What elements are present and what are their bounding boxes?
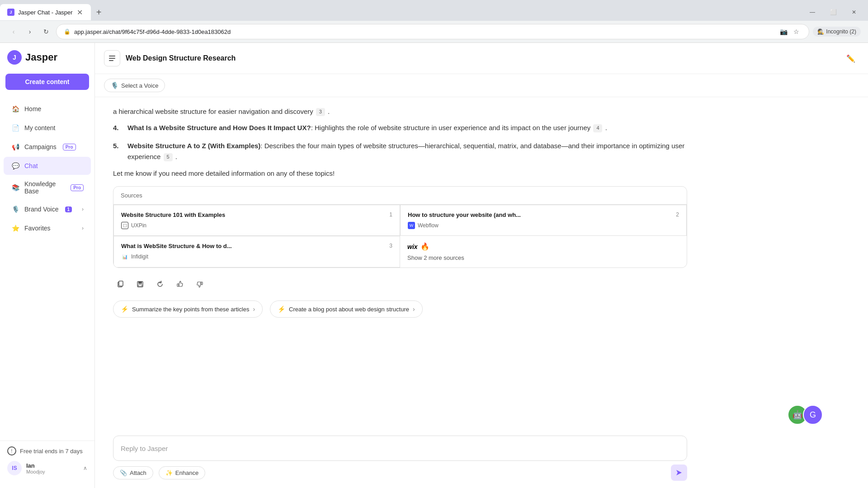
chat-title: Web Design Structure Research [126,54,236,62]
browser-extras: 🕵️ Incognito (2) [813,27,861,37]
sidebar-item-campaigns[interactable]: 📢 Campaigns Pro [4,138,91,156]
show-more-label: Show 2 more sources [407,254,464,261]
suggestions-row: ⚡ Summarize the key points from these ar… [113,300,687,318]
voice-bar: 🎙️ Select a Voice [95,74,868,97]
voice-icon: 🎙️ [111,82,118,89]
partial-period: . [328,108,330,115]
sidebar-item-home[interactable]: 🏠 Home [4,100,91,118]
home-icon: 🏠 [11,104,20,113]
action-bar [113,277,687,291]
save-icon [137,281,144,288]
app-container: J Jasper Create content 🏠 Home 📄 My cont… [0,43,868,488]
refresh-button[interactable] [153,277,167,291]
enhance-button[interactable]: ✨ Enhance [159,466,205,479]
campaigns-icon: 📢 [11,142,20,151]
svg-rect-2 [109,56,115,56]
chat-scroll-area[interactable]: a hierarchical website structure for eas… [95,97,868,436]
reload-button[interactable]: ↻ [40,25,52,38]
chat-header: Web Design Structure Research ✏️ [95,43,868,74]
source-num-1: 1 [389,211,392,218]
suggestion-button-2[interactable]: ⚡ Create a blog post about web design st… [270,300,423,318]
user-details: Ian Moodjoy [26,462,45,474]
logo: J Jasper [0,50,94,74]
main-content: Web Design Structure Research ✏️ 🎙️ Sele… [95,43,868,488]
bookmark-icon[interactable]: ☆ [791,26,802,37]
enhance-icon: ✨ [165,469,173,476]
sidebar-item-label-my-content: My content [24,124,55,131]
cite-3[interactable]: 3 [316,108,325,116]
sidebar-item-label-campaigns: Campaigns [24,143,57,150]
tab-close-button[interactable]: ✕ [76,9,84,16]
voice-select-label: Select a Voice [121,82,158,89]
favorites-icon: ⭐ [11,224,20,233]
show-more-button[interactable]: Show 2 more sources [407,254,679,261]
source-domain-name-1: UXPin [131,222,146,229]
screen-capture-icon[interactable]: 📷 [778,26,789,37]
enhance-label: Enhance [175,469,198,476]
maximize-button[interactable]: ⬜ [823,4,844,20]
attach-label: Attach [130,469,146,476]
suggestion-arrow-2: › [413,305,415,313]
cite-5[interactable]: 5 [164,153,173,161]
sidebar-item-favorites[interactable]: ⭐ Favorites › [4,219,91,237]
source-domain-name-3: Infidigit [131,253,148,260]
chat-list-button[interactable] [104,50,120,66]
webflow-favicon: W [408,222,415,229]
source-card-2[interactable]: How to structure your website (and wh...… [400,205,687,236]
fire-icon: 🔥 [420,242,429,251]
save-button[interactable] [133,277,147,291]
active-tab[interactable]: J Jasper Chat - Jasper ✕ [0,4,91,20]
send-button[interactable] [671,465,687,481]
sources-box: Sources Website Structure 101 with Examp… [113,186,687,268]
url-bar[interactable]: 🔒 app.jasper.ai/chat/9f64c75f-d96d-4dde-… [56,24,809,39]
new-tab-button[interactable]: + [93,6,105,19]
source-card-3[interactable]: What is WebSite Structure & How to d... … [113,236,400,267]
content-list: 4. What Is a Website Structure and How D… [113,122,687,162]
sidebar-item-brand-voice[interactable]: 🎙️ Brand Voice 1 › [4,200,91,218]
user-company: Moodjoy [26,469,45,474]
wix-icons: wix 🔥 [407,242,679,251]
sidebar-item-my-content[interactable]: 📄 My content [4,119,91,137]
trial-text: Free trial ends in 7 days [20,448,83,455]
url-text: app.jasper.ai/chat/9f64c75f-d96d-4dde-98… [74,28,774,35]
user-menu-chevron[interactable]: ∧ [83,465,87,471]
source-card-1[interactable]: Website Structure 101 with Examples 1 ☐ … [113,205,400,236]
sidebar-item-label-favorites: Favorites [24,225,51,232]
sidebar-item-label-home: Home [24,105,41,113]
minimize-button[interactable]: — [802,4,823,20]
list-title-5: Website Structure A to Z (With Examples) [127,142,260,150]
attach-icon: 📎 [120,469,127,476]
suggestion-icon-1: ⚡ [121,305,128,313]
copy-button[interactable] [113,277,127,291]
sidebar-item-label-chat: Chat [24,162,38,169]
sources-header: Sources [113,187,687,205]
voice-select-button[interactable]: 🎙️ Select a Voice [104,79,165,92]
list-title-4: What Is a Website Structure and How Does… [127,124,311,131]
create-content-button[interactable]: Create content [5,74,89,90]
edit-button[interactable]: ✏️ [843,50,859,66]
nav-items: 🏠 Home 📄 My content 📢 Campaigns Pro 💬 Ch… [0,99,94,441]
cite-4[interactable]: 4 [593,124,602,132]
sidebar-item-chat[interactable]: 💬 Chat [4,157,91,175]
forward-button[interactable]: › [24,25,36,38]
campaigns-badge: Pro [63,144,76,150]
thumbs-up-button[interactable] [173,277,187,291]
source-num-3: 3 [389,243,392,249]
source-domain-3: 📊 Infidigit [121,253,392,260]
tab-title: Jasper Chat - Jasper [18,9,73,16]
suggestion-button-1[interactable]: ⚡ Summarize the key points from these ar… [113,300,263,318]
back-button[interactable]: ‹ [7,25,20,38]
source-card-top-1: Website Structure 101 with Examples 1 [121,211,392,218]
thumbs-up-icon [176,281,184,288]
attach-button[interactable]: 📎 Attach [113,466,153,479]
send-icon [675,469,683,476]
source-title-3: What is WebSite Structure & How to d... [121,243,386,249]
svg-rect-10 [177,284,179,286]
thumbs-down-button[interactable] [193,277,207,291]
reply-input[interactable]: Reply to Jasper [113,436,687,461]
incognito-button[interactable]: 🕵️ Incognito (2) [813,27,861,37]
close-button[interactable]: ✕ [844,4,864,20]
floating-avatar[interactable]: 🤖 G [788,405,823,425]
closing-text: Let me know if you need more detailed in… [113,169,687,177]
sidebar-item-knowledge-base[interactable]: 📚 Knowledge Base Pro [4,176,91,199]
